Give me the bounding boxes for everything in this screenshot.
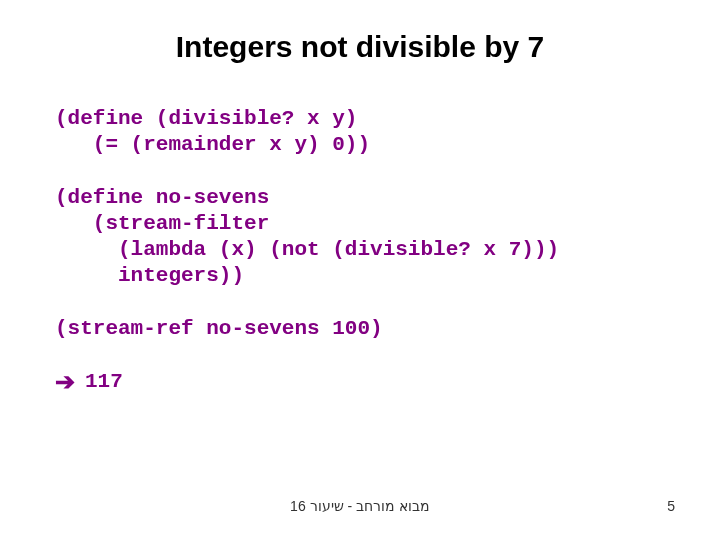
footer-page-number: 5	[667, 498, 675, 514]
arrow-icon: ➔	[55, 368, 75, 396]
footer-center-text: מבוא מורחב - שיעור 16	[290, 498, 430, 514]
code-block-define-no-sevens: (define no-sevens (stream-filter (lambda…	[55, 185, 665, 290]
code-block-define-divisible: (define (divisible? x y) (= (remainder x…	[55, 106, 665, 159]
slide-title: Integers not divisible by 7	[55, 30, 665, 64]
result-row: ➔ 117	[55, 368, 665, 396]
result-value: 117	[85, 370, 123, 393]
code-block-stream-ref: (stream-ref no-sevens 100)	[55, 316, 665, 342]
